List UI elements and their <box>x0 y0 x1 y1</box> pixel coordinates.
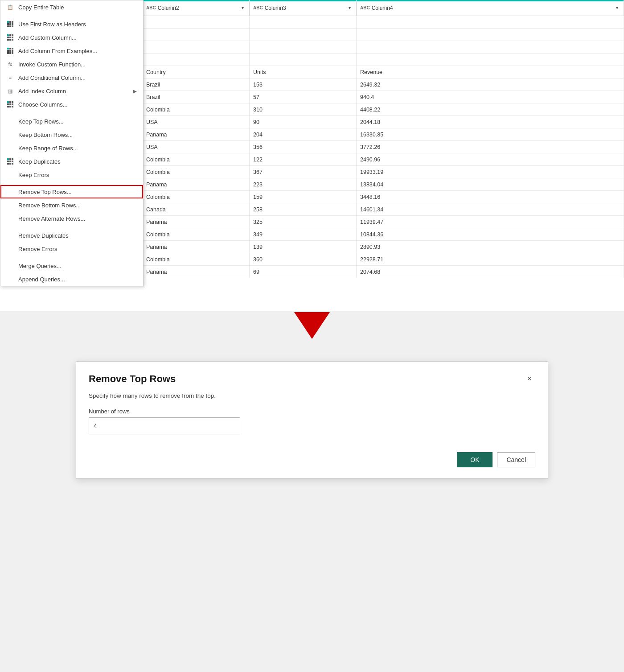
row-col4-cell: 3448.16 <box>357 191 624 203</box>
row-col3-cell: 349 <box>250 228 357 240</box>
menu-item-remove-top[interactable]: Remove Top Rows... <box>0 185 143 198</box>
menu-divider <box>0 111 143 115</box>
row-col4-cell: 22928.71 <box>357 253 624 265</box>
row-col4-cell: 11939.47 <box>357 216 624 228</box>
menu-item-append[interactable]: Append Queries... <box>0 272 143 286</box>
menu-item-index-col[interactable]: ▥Add Index Column▶ <box>0 84 143 98</box>
submenu-arrow-icon: ▶ <box>133 89 137 94</box>
examples-col-icon <box>5 46 16 55</box>
row-col4-cell: 2649.32 <box>357 78 624 91</box>
row-col2-cell: Colombia <box>143 228 250 240</box>
col4-dropdown-btn[interactable]: ▾ <box>614 4 620 11</box>
number-of-rows-label: Number of rows <box>89 408 535 415</box>
col4-type-icon: ABC <box>360 5 370 10</box>
function-icon: fx <box>5 60 16 69</box>
menu-item-label: Append Queries... <box>18 276 137 283</box>
row-col3-cell: 367 <box>250 166 357 178</box>
menu-divider <box>0 181 143 185</box>
row-col3-cell: 223 <box>250 178 357 190</box>
dialog-title: Remove Top Rows <box>89 373 176 385</box>
menu-item-label: Remove Duplicates <box>18 232 137 239</box>
menu-item-keep-range[interactable]: Keep Range of Rows... <box>0 141 143 155</box>
menu-item-label: Remove Alternate Rows... <box>18 215 137 222</box>
menu-item-remove-dup[interactable]: Remove Duplicates <box>0 229 143 242</box>
col3-dropdown-btn[interactable]: ▾ <box>347 4 353 11</box>
conditional-icon: ≡ <box>5 73 16 82</box>
row-col3-cell: 310 <box>250 103 357 115</box>
row-col4-cell <box>357 16 624 28</box>
menu-item-remove-bottom[interactable]: Remove Bottom Rows... <box>0 198 143 212</box>
keep-err-icon <box>5 170 16 179</box>
dialog-header: Remove Top Rows × <box>76 362 548 389</box>
keep-range-icon <box>5 144 16 153</box>
menu-item-label: Merge Queries... <box>18 263 137 269</box>
row-col2-cell: Colombia <box>143 253 250 265</box>
row-col3-cell: 122 <box>250 153 357 165</box>
menu-item-label: Add Column From Examples... <box>18 48 137 54</box>
arrow-down-icon <box>294 312 330 339</box>
merge-icon <box>5 261 16 270</box>
row-col3-cell: 258 <box>250 203 357 215</box>
menu-item-remove-alt[interactable]: Remove Alternate Rows... <box>0 212 143 225</box>
menu-item-choose-col[interactable]: Choose Columns... <box>0 98 143 111</box>
row-col2-cell: Colombia <box>143 191 250 203</box>
row-col4-cell: 3772.26 <box>357 141 624 153</box>
row-col4-cell: Revenue <box>357 66 624 78</box>
remove-top-icon <box>5 187 16 196</box>
menu-item-label: Remove Top Rows... <box>18 189 137 195</box>
col4-header[interactable]: ABC Column4 ▾ <box>357 0 624 16</box>
row-col4-cell: 2490.96 <box>357 153 624 165</box>
dropdown-menu: 📋Copy Entire TableUse First Row as Heade… <box>0 0 144 286</box>
dialog-close-button[interactable]: × <box>523 372 535 385</box>
menu-item-conditional[interactable]: ≡Add Conditional Column... <box>0 71 143 84</box>
col3-type-icon: ABC <box>253 5 263 10</box>
menu-item-function[interactable]: fxInvoke Custom Function... <box>0 58 143 71</box>
row-col3-cell: 69 <box>250 266 357 278</box>
keep-top-icon <box>5 117 16 126</box>
col2-name: Column2 <box>158 5 240 11</box>
menu-item-custom-col[interactable]: Add Custom Column... <box>0 31 143 44</box>
menu-item-label: Remove Bottom Rows... <box>18 202 137 209</box>
arrow-indicator <box>294 312 330 339</box>
menu-item-keep-err[interactable]: Keep Errors <box>0 168 143 181</box>
number-of-rows-input[interactable] <box>89 417 240 434</box>
row-col2-cell: Brazil <box>143 78 250 91</box>
row-col3-cell: 139 <box>250 241 357 253</box>
menu-divider <box>0 256 143 259</box>
row-col4-cell <box>357 54 624 66</box>
col3-header[interactable]: ABC Column3 ▾ <box>250 0 357 16</box>
row-col3-cell <box>250 54 357 66</box>
row-col2-cell: Colombia <box>143 103 250 115</box>
row-col3-cell: 325 <box>250 216 357 228</box>
row-col4-cell: 16330.85 <box>357 128 624 140</box>
menu-item-keep-top[interactable]: Keep Top Rows... <box>0 115 143 128</box>
col2-dropdown-btn[interactable]: ▾ <box>240 4 246 11</box>
menu-item-merge[interactable]: Merge Queries... <box>0 259 143 272</box>
menu-item-label: Invoke Custom Function... <box>18 61 137 68</box>
menu-item-copy[interactable]: 📋Copy Entire Table <box>0 0 143 14</box>
ok-button[interactable]: OK <box>457 452 493 467</box>
copy-icon: 📋 <box>5 3 16 12</box>
remove-bottom-icon <box>5 201 16 210</box>
cancel-button[interactable]: Cancel <box>497 452 535 467</box>
menu-item-remove-err[interactable]: Remove Errors <box>0 242 143 256</box>
menu-item-keep-dup[interactable]: Keep Duplicates <box>0 155 143 168</box>
menu-item-keep-bottom[interactable]: Keep Bottom Rows... <box>0 128 143 141</box>
row-col4-cell: 940.4 <box>357 91 624 103</box>
row-col4-cell: 2044.18 <box>357 116 624 128</box>
dialog-body: Specify how many rows to remove from the… <box>76 389 548 445</box>
row-col2-cell: Colombia <box>143 153 250 165</box>
row-col3-cell: 356 <box>250 141 357 153</box>
row-col3-cell: 360 <box>250 253 357 265</box>
keep-dup-icon <box>5 157 16 166</box>
row-col4-cell <box>357 29 624 41</box>
menu-item-header[interactable]: Use First Row as Headers <box>0 17 143 31</box>
col4-name: Column4 <box>372 5 614 11</box>
menu-item-examples-col[interactable]: Add Column From Examples... <box>0 44 143 58</box>
row-col3-cell <box>250 16 357 28</box>
remove-alt-icon <box>5 214 16 223</box>
row-col4-cell: 2890.93 <box>357 241 624 253</box>
menu-item-label: Keep Bottom Rows... <box>18 132 137 138</box>
menu-item-label: Keep Errors <box>18 172 137 178</box>
col2-header[interactable]: ABC Column2 ▾ <box>143 0 250 16</box>
